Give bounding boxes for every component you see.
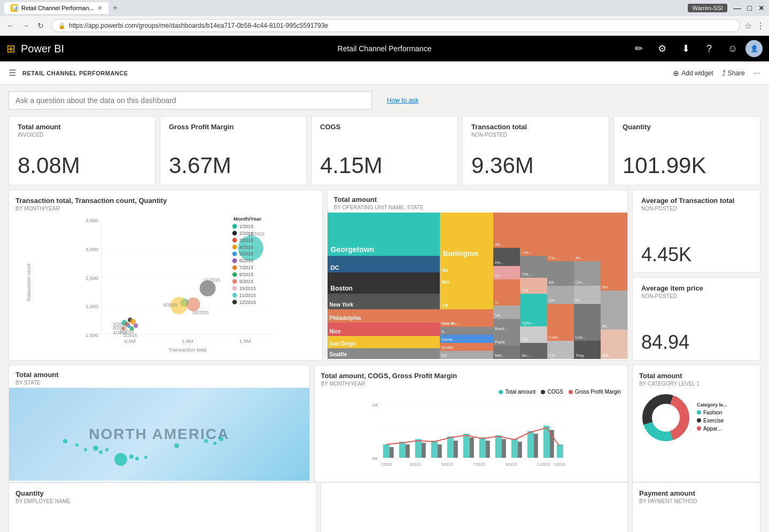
add-widget-btn[interactable]: ⊕ Add widget <box>673 69 713 77</box>
tm-cell-an[interactable]: An... <box>520 343 547 359</box>
settings-icon[interactable]: ⚙ <box>651 38 673 59</box>
map-dot <box>84 448 87 451</box>
waffle-icon[interactable]: ⊞ <box>6 42 15 55</box>
tm-cell-georgetown[interactable]: Georgetown <box>328 213 440 256</box>
treemap-card[interactable]: Total amount BY OPERATING UNIT NAME, STA… <box>327 190 628 361</box>
kpi-gross-profit[interactable]: Gross Profit Margin 3.67M <box>160 116 307 185</box>
share-icon: ⤴ <box>722 69 726 77</box>
tm-cell-sandiego[interactable]: San Diego <box>328 336 440 348</box>
tm-cell-seattle[interactable]: Seattle <box>328 348 440 359</box>
tm-label: GA <box>522 288 528 293</box>
kpi-total-amount[interactable]: Total amount INVOICED 8.08M <box>9 116 156 185</box>
how-to-ask-link[interactable]: How to ask <box>387 97 418 104</box>
close-btn[interactable]: ✕ <box>758 4 765 12</box>
map-card[interactable]: Total amount BY STATE NORTH AMERICA <box>9 365 310 482</box>
row4: Quantity BY EMPLOYEE NAME Payment amount… <box>9 482 760 532</box>
qa-bar[interactable] <box>9 91 372 109</box>
tm-cell-boston[interactable]: Boston <box>328 272 440 294</box>
tm-cell-oakbr[interactable]: Oak Br... <box>440 309 493 327</box>
svg-point-55 <box>232 286 237 291</box>
bookmark-icon[interactable]: ☆ <box>744 21 752 31</box>
url-bar[interactable]: 🔒 https://app.powerbi.com/groups/me/dash… <box>51 19 740 32</box>
tm-cell-mi[interactable]: Mi... <box>601 291 627 330</box>
tm-cell-santa[interactable]: Santa... <box>440 335 493 343</box>
svg-rect-69 <box>431 441 437 458</box>
new-tab-btn[interactable]: + <box>113 3 118 13</box>
tm-cell-nice[interactable]: Nice <box>328 323 440 336</box>
tm-cell-los[interactable]: Los... <box>520 213 547 256</box>
tm-cell-chi[interactable]: Chi... <box>520 256 547 278</box>
tm-cell-atl2[interactable]: Atl... <box>547 261 574 286</box>
help-icon[interactable]: ? <box>698 38 720 59</box>
menu-icon[interactable]: ⋮ <box>756 21 765 31</box>
more-options-icon[interactable]: ··· <box>754 68 760 78</box>
tm-cell-co[interactable]: CO <box>547 341 574 359</box>
donut-card[interactable]: Total amount BY CATEGORY LEVEL 1 Categor… <box>632 365 760 482</box>
tm-cell-il[interactable]: IL <box>440 327 493 335</box>
tm-cell-bord[interactable]: Bord... <box>493 319 520 332</box>
kpi-cogs[interactable]: COGS 4.15M <box>311 116 458 185</box>
tm-cell-nj[interactable]: NJ <box>440 260 493 274</box>
tm-cell-dc[interactable]: DC <box>328 256 440 272</box>
tm-cell-scotts[interactable]: Scotts... <box>440 343 493 351</box>
tm-cell-cost[interactable]: Cost... <box>547 304 574 341</box>
nav-toggle-icon[interactable]: ☰ <box>9 68 16 78</box>
line-card[interactable]: Total amount, COGS, Gross Profit Margin … <box>314 365 628 482</box>
payment-card[interactable]: Payment amount BY PAYMENT METHOD <box>632 482 760 532</box>
browser-tab[interactable]: 📊 Retail Channel Performan... ✕ <box>4 2 108 14</box>
tm-cell-oh[interactable]: OH <box>547 286 574 304</box>
tm-label: WA <box>602 353 609 358</box>
share-btn[interactable]: ⤴ Share <box>722 69 745 77</box>
tm-cell-mis[interactable]: Mis... <box>493 346 520 359</box>
svg-text:9/2015: 9/2015 <box>239 279 254 284</box>
tm-label: Bel... <box>602 285 612 290</box>
avg-transaction-card[interactable]: Average of Transaction total NON-POSTED … <box>632 190 760 273</box>
tm-cell-burlington[interactable]: Burlington <box>440 213 493 260</box>
tm-cell-ma[interactable]: MA <box>440 274 493 286</box>
svg-text:10/2015: 10/2015 <box>239 286 256 291</box>
tm-cell-il2[interactable]: IL <box>493 279 520 306</box>
tm-label: OH <box>549 298 555 303</box>
tm-cell-tx2[interactable]: TX <box>493 266 520 279</box>
tm-cell-troy[interactable]: Troy <box>574 341 601 359</box>
forward-btn[interactable]: → <box>19 19 32 32</box>
tm-label: Ho... <box>495 260 504 265</box>
kpi-value: 4.15M <box>320 153 449 178</box>
tm-cell-newyork[interactable]: New York <box>328 294 440 309</box>
tm-cell-atl[interactable]: Atl... <box>493 213 520 248</box>
maximize-btn[interactable]: □ <box>748 4 752 12</box>
tm-cell-fl[interactable]: FL <box>574 286 601 304</box>
back-btn[interactable]: ← <box>4 19 17 32</box>
kpi-quantity[interactable]: Quantity 101.99K <box>613 116 760 185</box>
minimize-btn[interactable]: — <box>734 4 741 12</box>
tm-cell-ga[interactable]: GA <box>520 278 547 294</box>
feedback-icon[interactable]: ☺ <box>722 38 743 59</box>
scatter-card[interactable]: Transaction total, Transaction count, Qu… <box>9 190 323 361</box>
tm-cell-au[interactable]: Au... <box>574 213 601 261</box>
tm-cell-ca2[interactable]: Ca... <box>547 213 574 261</box>
avg-item-price-card[interactable]: Average item price NON-POSTED 84.94 <box>632 277 760 361</box>
tm-cell-wa[interactable]: WA <box>601 330 627 359</box>
treemap-subtitle: BY OPERATING UNIT NAME, STATE <box>334 205 622 210</box>
tm-cell-va[interactable]: VA <box>493 306 520 319</box>
quantity-card[interactable]: Quantity BY EMPLOYEE NAME <box>9 482 316 532</box>
tm-cell-az[interactable]: AZ <box>440 351 493 359</box>
kpi-transaction-total[interactable]: Transaction total NON-POSTED 9.36M <box>462 116 609 185</box>
svg-point-30 <box>187 298 200 311</box>
tm-cell-bel[interactable]: Bel... <box>601 213 627 291</box>
qa-input[interactable] <box>15 96 365 105</box>
tab-close[interactable]: ✕ <box>97 5 102 12</box>
tm-cell-lon[interactable]: Lon... <box>574 304 601 341</box>
tm-cell-ca[interactable]: CA <box>520 326 547 342</box>
tm-cell-tyso[interactable]: Tyso... <box>520 294 547 326</box>
download-icon[interactable]: ⬇ <box>675 38 696 59</box>
tm-cell-philadelphia[interactable]: Philadelphia <box>328 309 440 323</box>
tm-cell-tx[interactable]: TX <box>440 286 493 309</box>
tm-cell-paris[interactable]: Paris <box>493 332 520 346</box>
tm-label: Ca... <box>549 255 558 260</box>
tm-cell-ho[interactable]: Ho... <box>493 248 520 265</box>
refresh-btn[interactable]: ↻ <box>34 19 47 32</box>
edit-icon[interactable]: ✏ <box>628 38 649 59</box>
tm-cell-cin[interactable]: Cin... <box>574 261 601 286</box>
user-avatar[interactable]: 👤 <box>745 40 763 57</box>
